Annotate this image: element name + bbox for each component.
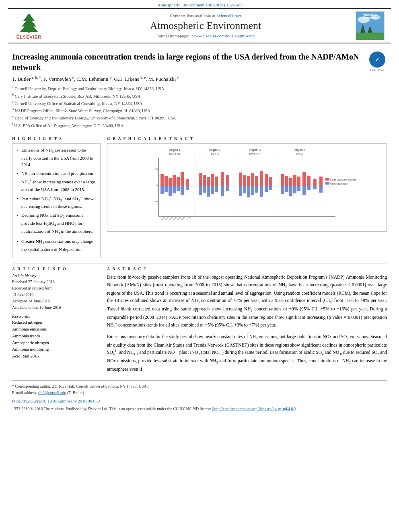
article-history-group: Article history: Received 27 January 201…: [12, 273, 101, 311]
affiliations-section: a Cornell University, Dept. of Ecology a…: [12, 85, 387, 129]
highlight-item-2: NH3 air concentrations and precipitation…: [16, 170, 96, 193]
svg-text:ATMOSPHERIC: ATMOSPHERIC: [363, 14, 378, 16]
svg-rect-35: [173, 175, 176, 186]
keyword-3: Ammonia trends: [12, 333, 101, 340]
svg-rect-90: [302, 186, 306, 195]
license-close: ).: [294, 407, 297, 411]
svg-rect-93: [319, 186, 323, 193]
svg-rect-50: [215, 177, 218, 186]
svg-rect-46: [199, 173, 202, 186]
sciencedirect-link[interactable]: ScienceDirect: [216, 13, 241, 18]
graphical-abstract-heading: G R A P H I C A L A B S T R A C T: [107, 136, 387, 141]
highlight-item-3: Particulate NH4+, NO3− and SO42− show de…: [16, 195, 96, 210]
elsevier-tree-svg: [13, 12, 45, 35]
article-info-heading: A R T I C L E I N F O: [12, 267, 101, 271]
elsevier-logo-box: ELSEVIER: [13, 12, 45, 39]
svg-text:50: 50: [155, 168, 158, 170]
contents-line: Contents lists available at ScienceDirec…: [57, 13, 354, 18]
article-title: Increasing ammonia concentration trends …: [12, 51, 364, 72]
abstract-para-1: Data from bi-weekly passive samplers fro…: [107, 273, 387, 330]
svg-rect-92: [313, 186, 317, 189]
page-wrapper: Atmospheric Environment 146 (2016) 132–1…: [0, 0, 399, 532]
svg-rect-91: [307, 186, 311, 190]
keyword-4: Atmospheric nitrogen: [12, 340, 101, 347]
svg-text:Region 4: Region 4: [294, 148, 305, 152]
corresponding-author-note: * Corresponding author. 211 Rice Hall, C…: [12, 383, 387, 390]
license-line: 1352-2310/© 2016 The Authors. Published …: [12, 406, 387, 412]
article-info-col: A R T I C L E I N F O Article history: R…: [12, 267, 101, 376]
affil-e: e Dept. of Ecology and Evolutionary Biol…: [12, 114, 387, 121]
affil-a: a Cornell University, Dept. of Ecology a…: [12, 85, 387, 92]
svg-text:NE 10 YR: NE 10 YR: [169, 153, 180, 155]
crossmark-circle: ✓: [369, 51, 385, 68]
email-label: E-mail address:: [12, 390, 37, 395]
svg-rect-47: [203, 175, 206, 186]
doi-link[interactable]: http://dx.doi.org/10.1016/j.atmosenv.201…: [12, 398, 100, 403]
crossmark-badge: ✓ CrossMark: [368, 51, 387, 72]
svg-rect-54: [203, 186, 206, 193]
svg-text:South Dakota not included: South Dakota not included: [330, 179, 356, 181]
svg-rect-62: [247, 176, 250, 186]
svg-rect-73: [260, 186, 263, 197]
abstract-text: Data from bi-weekly passive samplers fro…: [107, 273, 387, 373]
article-title-section: Increasing ammonia concentration trends …: [12, 51, 387, 72]
affil-f: f U.S. EPA Office of Air Programs, Washi…: [12, 122, 387, 129]
svg-rect-52: [226, 175, 229, 186]
highlight-item-5: Greater NH3 concentrations may change th…: [16, 238, 96, 253]
svg-rect-43: [177, 186, 180, 191]
journal-title: Atmospheric Environment: [57, 20, 354, 32]
svg-rect-79: [293, 175, 296, 186]
affil-d: d NADP Program Office, Illinois State Wa…: [12, 107, 387, 114]
svg-rect-61: [243, 175, 246, 186]
authors-line: T. Butler a, b, *, F. Vermeylen c, C.M. …: [12, 76, 387, 82]
svg-rect-55: [207, 186, 210, 197]
authors-text: T. Butler a, b, *, F. Vermeylen c, C.M. …: [12, 76, 179, 82]
svg-rect-84: [319, 177, 323, 186]
svg-rect-75: [269, 186, 272, 190]
email-note: E-mail address: tjb2@cornell.edu (T. But…: [12, 390, 387, 396]
svg-rect-78: [289, 178, 292, 186]
svg-text:Region 1: Region 1: [169, 148, 180, 152]
journal-header-left: ELSEVIER: [13, 12, 57, 39]
journal-thumbnail: ATMOSPHERIC ENVIRONMENT: [356, 11, 385, 40]
abstract-col: A B S T R A C T Data from bi-weekly pass…: [107, 267, 387, 376]
svg-rect-80: [297, 177, 300, 186]
highlight-item-1: Emissions of NH3 are assessed to be near…: [16, 147, 96, 168]
svg-rect-72: [255, 186, 258, 193]
elsevier-wordmark: ELSEVIER: [16, 35, 41, 39]
svg-rect-66: [265, 174, 268, 186]
svg-rect-85: [281, 186, 284, 194]
graphical-abstract-col: G R A P H I C A L A B S T R A C T Region…: [107, 136, 387, 258]
svg-rect-83: [313, 179, 317, 186]
license-link[interactable]: http://creativecommons.org/licenses/by-n…: [213, 407, 294, 411]
svg-rect-32: [160, 174, 164, 186]
email-note-text: (T. Butler).: [67, 390, 85, 395]
footnote-section: * Corresponding author. 211 Rice Hall, C…: [12, 380, 387, 413]
svg-text:Region 3: Region 3: [249, 148, 261, 152]
svg-rect-33: [165, 176, 168, 186]
journal-header-center: Contents lists available at ScienceDirec…: [57, 13, 354, 38]
svg-rect-71: [251, 186, 254, 195]
homepage-line: journal homepage: www.elsevier.com/locat…: [57, 33, 354, 38]
svg-rect-34: [169, 178, 172, 186]
svg-rect-67: [269, 177, 272, 186]
svg-rect-41: [169, 186, 172, 196]
highlights-list: Emissions of NH3 are assessed to be near…: [16, 147, 96, 253]
svg-rect-40: [165, 186, 168, 192]
abstract-heading: A B S T R A C T: [107, 267, 387, 271]
accepted-date: Accepted 14 June 2016: [12, 298, 101, 304]
journal-header: ELSEVIER Contents lists available at Sci…: [8, 8, 391, 43]
svg-rect-39: [160, 186, 164, 194]
svg-text:-50: -50: [154, 200, 158, 203]
homepage-link[interactable]: www.elsevier.com/locate/atmosenv: [192, 33, 255, 38]
svg-rect-88: [293, 186, 296, 193]
article-dates: Received 27 January 2016 Received in rev…: [12, 279, 101, 311]
svg-rect-42: [173, 186, 176, 193]
svg-text:ENVIRONMENT: ENVIRONMENT: [363, 17, 377, 19]
email-link[interactable]: tjb2@cornell.edu: [38, 390, 66, 395]
svg-rect-68: [239, 186, 242, 196]
svg-rect-87: [289, 186, 292, 196]
svg-rect-86: [285, 186, 288, 192]
svg-rect-45: [186, 186, 189, 190]
highlights-box: Emissions of NH3 are assessed to be near…: [12, 143, 101, 258]
